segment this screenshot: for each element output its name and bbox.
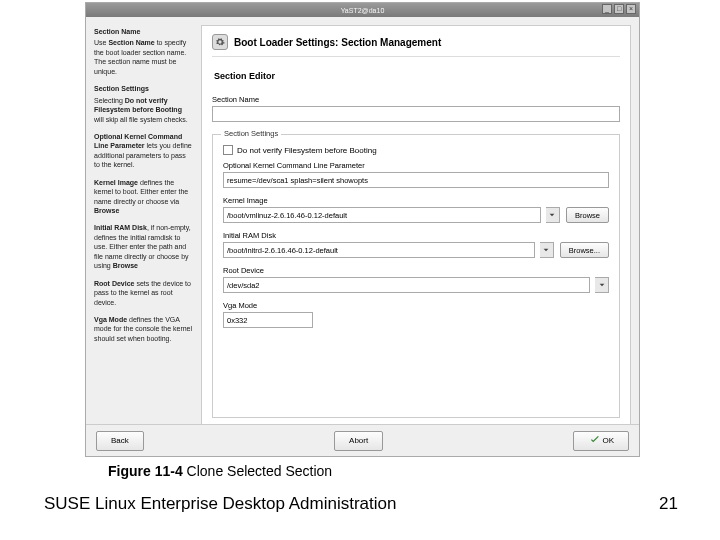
main-pane: Boot Loader Settings: Section Management… (201, 25, 631, 424)
gear-icon (212, 34, 228, 50)
window-titlebar: YaST2@da10 _ □ × (86, 3, 639, 17)
maximize-button[interactable]: □ (614, 4, 624, 14)
verify-fs-checkbox[interactable] (223, 145, 233, 155)
page-title: Boot Loader Settings: Section Management (234, 37, 441, 48)
kernel-image-row: Browse (223, 207, 609, 223)
ok-button[interactable]: OK (573, 431, 629, 451)
figure-text: Clone Selected Section (183, 463, 332, 479)
sidebar-text: Selecting Do not verify Filesystem befor… (94, 96, 193, 124)
window-controls: _ □ × (602, 4, 636, 14)
sidebar-text: Root Device sets the device to pass to t… (94, 279, 193, 307)
figure-number: Figure 11-4 (108, 463, 183, 479)
help-sidebar: Section Name Use Section Name to specify… (86, 17, 201, 424)
vga-mode-label: Vga Mode (223, 301, 609, 310)
section-name-label: Section Name (212, 95, 620, 104)
sidebar-text: Optional Kernel Command Line Parameter l… (94, 132, 193, 170)
opt-kernel-label: Optional Kernel Command Line Parameter (223, 161, 609, 170)
back-button[interactable]: Back (96, 431, 144, 451)
abort-button[interactable]: Abort (334, 431, 383, 451)
root-device-label: Root Device (223, 266, 609, 275)
ok-label: OK (602, 436, 614, 445)
section-name-input[interactable] (212, 106, 620, 122)
initrd-dropdown[interactable] (540, 242, 554, 258)
fieldset-legend: Section Settings (221, 129, 281, 138)
close-button[interactable]: × (626, 4, 636, 14)
root-device-dropdown[interactable] (595, 277, 609, 293)
app-body: Section Name Use Section Name to specify… (86, 17, 639, 424)
button-bar: Back Abort OK (86, 424, 639, 456)
sidebar-text: Vga Mode defines the VGA mode for the co… (94, 315, 193, 343)
initrd-browse-button[interactable]: Browse... (560, 242, 609, 258)
section-editor-title: Section Editor (214, 71, 620, 81)
figure-caption: Figure 11-4 Clone Selected Section (108, 463, 332, 479)
kernel-image-label: Kernel Image (223, 196, 609, 205)
root-device-input[interactable] (223, 277, 590, 293)
page-number: 21 (659, 494, 678, 514)
sidebar-text: Initial RAM Disk, if non-empty, defines … (94, 223, 193, 270)
kernel-browse-button[interactable]: Browse (566, 207, 609, 223)
minimize-button[interactable]: _ (602, 4, 612, 14)
root-device-row (223, 277, 609, 293)
yast-window: YaST2@da10 _ □ × Section Name Use Sectio… (85, 2, 640, 457)
verify-fs-label: Do not verify Filesystem before Booting (237, 146, 377, 155)
kernel-image-dropdown[interactable] (546, 207, 560, 223)
initrd-label: Initial RAM Disk (223, 231, 609, 240)
check-icon (588, 433, 602, 449)
sidebar-heading-section-name: Section Name (94, 27, 193, 36)
sidebar-text: Kernel Image defines the kernel to boot.… (94, 178, 193, 216)
kernel-image-input[interactable] (223, 207, 541, 223)
window-title: YaST2@da10 (341, 7, 385, 14)
sidebar-text: Use Section Name to specify the boot loa… (94, 38, 193, 76)
footer-title: SUSE Linux Enterprise Desktop Administra… (44, 494, 396, 514)
verify-fs-row: Do not verify Filesystem before Booting (223, 145, 609, 155)
initrd-input[interactable] (223, 242, 535, 258)
section-settings-fieldset: Section Settings Do not verify Filesyste… (212, 134, 620, 418)
main-header: Boot Loader Settings: Section Management (212, 34, 620, 57)
opt-kernel-input[interactable] (223, 172, 609, 188)
sidebar-heading-section-settings: Section Settings (94, 84, 193, 93)
vga-mode-input[interactable] (223, 312, 313, 328)
initrd-row: Browse... (223, 242, 609, 258)
